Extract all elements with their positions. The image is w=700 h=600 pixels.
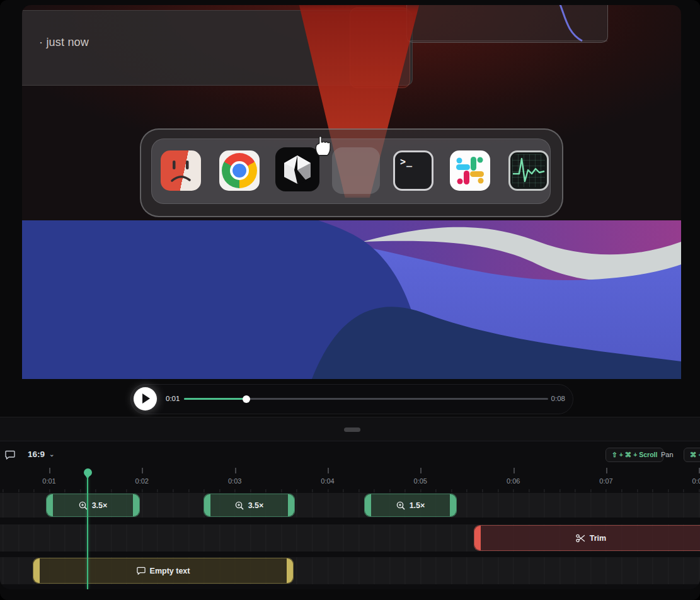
pan-shortcut-button[interactable]: ⇧ + ⌘ + Scroll	[605, 448, 663, 462]
chrome-app-icon[interactable]	[219, 150, 260, 191]
segment-right-handle[interactable]	[288, 494, 294, 516]
hand-cursor-icon	[313, 135, 332, 156]
zoom-segment-1[interactable]: 3.5×	[46, 494, 140, 517]
chevron-down-icon: ⌄	[49, 451, 54, 458]
preview-stage: · just now	[0, 0, 700, 379]
panel-divider-strip	[0, 417, 700, 441]
zoom-amount-label: 1.5×	[410, 501, 425, 510]
segment-right-handle[interactable]	[450, 494, 456, 516]
ecg-line	[510, 152, 547, 189]
terminal-app-icon[interactable]: >_	[393, 150, 433, 191]
seek-bar[interactable]	[184, 398, 548, 400]
slack-app-icon[interactable]	[450, 150, 490, 191]
segment-left-handle[interactable]	[474, 526, 481, 550]
segment-right-handle[interactable]	[287, 558, 293, 583]
text-segment-label: Empty text	[150, 567, 190, 575]
segment-left-handle[interactable]	[204, 494, 210, 516]
seek-progress	[184, 398, 246, 400]
seek-handle[interactable]	[243, 395, 250, 403]
zoom-amount-label: 3.5×	[248, 501, 264, 510]
text-track: Empty text	[0, 557, 700, 584]
zoom-in-icon	[235, 501, 244, 510]
text-segment[interactable]: Empty text	[33, 558, 294, 584]
pan-label: Pan	[661, 451, 674, 458]
time-ruler[interactable]: 0:01 0:02 0:03 0:04 0:05 0:06 0:07 0:08	[0, 468, 700, 492]
dock-drop-slot	[332, 147, 380, 194]
trim-label: Trim	[590, 534, 606, 543]
resize-handle[interactable]	[344, 427, 360, 432]
zoom-segment-3[interactable]: 1.5×	[364, 494, 457, 517]
aspect-ratio-value: 16:9	[28, 450, 45, 459]
zoom-amount-label: 3.5×	[92, 501, 108, 510]
video-preview[interactable]: · just now	[22, 5, 681, 379]
bottom-background	[0, 589, 700, 600]
dock: >_	[140, 128, 563, 217]
comment-icon[interactable]	[5, 450, 15, 460]
timeline-toolbar: 16:9⌄ ⇧ + ⌘ + Scroll Pan ⌘ +	[0, 441, 700, 468]
timestamp-note: · just now	[39, 36, 89, 49]
segment-left-handle[interactable]	[47, 494, 53, 516]
zoom-shortcut-button[interactable]: ⌘ +	[684, 448, 700, 462]
wallpaper-waves	[22, 220, 681, 379]
trim-segment[interactable]: Trim	[474, 525, 700, 551]
terminal-glyph: >_	[400, 156, 413, 167]
zoom-track: 3.5× 3.5×	[0, 493, 700, 518]
zoom-segment-2[interactable]: 3.5×	[204, 494, 295, 517]
play-icon	[142, 393, 150, 404]
segment-right-handle[interactable]	[133, 494, 139, 516]
scissors-icon	[576, 534, 585, 543]
timeline-panel: 16:9⌄ ⇧ + ⌘ + Scroll Pan ⌘ + 0:01 0:02 0…	[0, 441, 700, 589]
app-window: · just now	[0, 0, 700, 600]
current-time: 0:01	[166, 395, 180, 402]
player-pill: 0:01 0:08	[130, 384, 573, 414]
ruler-minor-ticks	[0, 489, 700, 492]
recorded-window-top-right	[406, 5, 608, 43]
zoom-in-icon	[79, 501, 88, 510]
player-controls-row: 0:01 0:08	[0, 379, 700, 417]
total-duration: 0:08	[551, 395, 565, 402]
text-bubble-icon	[137, 567, 146, 575]
chrome-center	[232, 164, 246, 178]
aspect-ratio-dropdown[interactable]: 16:9⌄	[28, 450, 54, 459]
segment-left-handle[interactable]	[33, 558, 40, 583]
zoom-in-icon	[396, 501, 405, 510]
trim-track: Trim	[0, 524, 700, 552]
playhead-line	[87, 477, 88, 589]
activity-monitor-app-icon[interactable]	[508, 150, 549, 191]
play-button[interactable]	[134, 387, 157, 410]
segment-left-handle[interactable]	[365, 494, 371, 516]
blue-curve-graph	[407, 5, 607, 42]
sad-face-app-icon[interactable]	[161, 150, 201, 191]
